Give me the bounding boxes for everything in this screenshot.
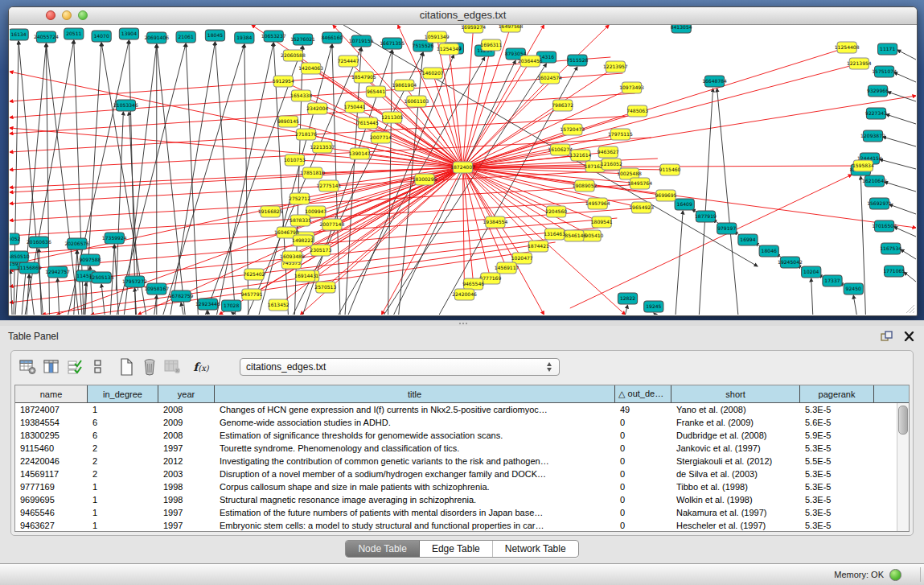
graph-node[interactable]: 2204560 xyxy=(545,206,567,217)
graph-node[interactable]: 7515528 xyxy=(566,55,588,66)
table-cell-year[interactable]: 1997 xyxy=(158,508,215,517)
table-cell-out_degree[interactable]: 0 xyxy=(615,521,671,530)
graph-node[interactable]: 9465546 xyxy=(462,278,484,290)
table-cell-pagerank[interactable]: 5.3E-5 xyxy=(800,405,874,414)
graph-node[interactable]: 18547905 xyxy=(351,72,376,83)
graph-edge[interactable] xyxy=(886,114,916,124)
graph-node[interactable]: 16648784 xyxy=(702,76,727,87)
graph-edge[interactable] xyxy=(232,312,235,315)
graph-node[interactable]: 12213537 xyxy=(310,142,335,153)
table-cell-title[interactable]: Estimation of significance thresholds fo… xyxy=(215,431,615,440)
table-cell-out_degree[interactable]: 0 xyxy=(615,469,671,479)
graph-node[interactable]: 18546146 xyxy=(561,230,586,241)
delete-table-button[interactable] xyxy=(139,356,160,377)
graph-node[interactable]: 10591349 xyxy=(425,31,450,43)
table-cell-name[interactable]: 9699695 xyxy=(15,495,88,505)
window-titlebar[interactable]: citations_edges.txt xyxy=(9,7,917,25)
graph-node[interactable]: 16061103 xyxy=(405,96,429,107)
graph-node[interactable]: 1874421 xyxy=(528,241,549,252)
graph-node[interactable]: 1595834 xyxy=(852,160,874,171)
graph-edge[interactable] xyxy=(676,211,683,315)
graph-node[interactable]: 7254447 xyxy=(338,56,359,67)
graph-node[interactable]: 10204 xyxy=(802,266,821,278)
table-cell-in_degree[interactable]: 1 xyxy=(88,495,158,505)
table-row[interactable]: 977716911998Corpus callosum shape and si… xyxy=(15,480,909,493)
table-row[interactable]: 1456911722003Disruption of a novel membe… xyxy=(15,468,909,480)
graph-node[interactable]: 1321614 xyxy=(569,150,591,161)
network-canvas[interactable]: 1872400716134240557242051114070139042069… xyxy=(10,25,916,315)
graph-node[interactable]: 2305173 xyxy=(310,245,331,256)
graph-node[interactable]: 16093489 xyxy=(280,251,305,262)
column-header-year[interactable]: year xyxy=(158,385,215,402)
graph-edge[interactable] xyxy=(897,50,916,60)
graph-node[interactable]: 11254408 xyxy=(835,42,860,53)
graph-node[interactable]: 1750441 xyxy=(344,101,366,113)
column-header-name[interactable]: name xyxy=(15,385,88,402)
table-cell-short[interactable]: Tibbo et al. (1998) xyxy=(671,482,800,492)
graph-node[interactable]: 18300295 xyxy=(413,174,437,185)
graph-edge[interactable] xyxy=(889,204,916,214)
table-cell-out_degree[interactable]: 0 xyxy=(615,456,671,466)
graph-node[interactable]: 10653237 xyxy=(261,31,286,42)
graph-node[interactable]: 17975115 xyxy=(608,129,633,140)
graph-node[interactable]: 1211305 xyxy=(381,112,403,123)
graph-node[interactable]: 10973493 xyxy=(619,82,644,93)
graph-node[interactable]: 10958167 xyxy=(144,283,169,295)
table-cell-in_degree[interactable]: 1 xyxy=(88,482,158,492)
column-chooser-button[interactable] xyxy=(41,356,62,377)
graph-node[interactable]: 17851810 xyxy=(300,167,325,179)
vertical-scrollbar[interactable] xyxy=(897,403,909,531)
table-cell-pagerank[interactable]: 5.3E-5 xyxy=(800,469,874,479)
graph-node[interactable]: 1809541 xyxy=(591,216,613,228)
table-cell-year[interactable]: 1997 xyxy=(158,443,215,453)
graph-node[interactable]: 5850510 xyxy=(10,251,30,262)
graph-node[interactable]: 2752712 xyxy=(289,193,310,204)
table-row[interactable]: 946554611997Estimation of the future num… xyxy=(15,506,909,519)
table-row[interactable]: 911546021997Tourette syndrome. Phenomeno… xyxy=(15,442,909,455)
graph-node[interactable]: 7986372 xyxy=(552,100,573,111)
graph-node[interactable]: 1613452 xyxy=(268,299,290,311)
graph-node[interactable]: 15720473 xyxy=(560,124,585,135)
graph-edge[interactable] xyxy=(15,263,18,315)
graph-node[interactable]: 24055724 xyxy=(34,31,59,43)
graph-edge[interactable] xyxy=(894,72,916,82)
table-cell-name[interactable]: 9463627 xyxy=(15,521,88,530)
table-cell-year[interactable]: 1998 xyxy=(158,495,215,505)
graph-node[interactable]: 19245 xyxy=(644,301,663,312)
graph-node[interactable]: 7615445 xyxy=(357,117,379,129)
graph-edge[interactable] xyxy=(570,175,852,308)
graph-node[interactable]: 16994 xyxy=(738,234,758,245)
table-row[interactable]: 1830029562008Estimation of significance … xyxy=(15,429,909,442)
table-cell-year[interactable]: 2008 xyxy=(158,405,215,414)
graph-node[interactable]: 18724007 xyxy=(450,162,475,173)
table-cell-in_degree[interactable]: 6 xyxy=(88,418,158,427)
graph-node[interactable]: 14204063 xyxy=(298,63,323,74)
graph-node[interactable]: 16782759 xyxy=(169,290,194,302)
graph-node[interactable]: 1771065 xyxy=(883,266,905,277)
graph-node[interactable]: 12213954 xyxy=(847,58,872,69)
table-cell-pagerank[interactable]: 5.9E-5 xyxy=(800,431,874,440)
table-cell-title[interactable]: Embryonic stem cells: a model to study s… xyxy=(215,521,615,530)
table-cell-in_degree[interactable]: 1 xyxy=(88,405,158,414)
graph-node[interactable]: 1654338 xyxy=(290,90,312,101)
graph-node[interactable]: 19384 xyxy=(235,32,254,43)
graph-edge[interactable] xyxy=(382,167,463,315)
table-cell-pagerank[interactable]: 5.3E-5 xyxy=(800,508,874,517)
table-cell-short[interactable]: Jankovic et al. (1997) xyxy=(671,443,800,453)
tab-node-table[interactable]: Node Table xyxy=(346,541,420,557)
graph-node[interactable]: 1877919 xyxy=(695,211,717,222)
graph-node[interactable]: 2007714 xyxy=(370,132,392,143)
table-cell-short[interactable]: Dudbridge et al. (2008) xyxy=(671,431,800,440)
table-cell-out_degree[interactable]: 0 xyxy=(615,495,671,505)
graph-node[interactable]: 17359924 xyxy=(102,233,127,244)
row-height-button[interactable] xyxy=(88,356,109,377)
table-cell-year[interactable]: 2009 xyxy=(158,418,215,427)
column-header-pagerank[interactable]: pagerank xyxy=(800,385,874,402)
graph-node[interactable]: 16959274 xyxy=(461,25,486,33)
table-cell-in_degree[interactable]: 2 xyxy=(88,456,158,466)
graph-edge[interactable] xyxy=(463,167,495,222)
graph-node[interactable]: 1316463 xyxy=(544,229,565,240)
table-cell-title[interactable]: Genome-wide association studies in ADHD. xyxy=(215,418,615,427)
graph-node[interactable]: 22060588 xyxy=(281,50,306,61)
graph-edge[interactable] xyxy=(463,96,917,167)
